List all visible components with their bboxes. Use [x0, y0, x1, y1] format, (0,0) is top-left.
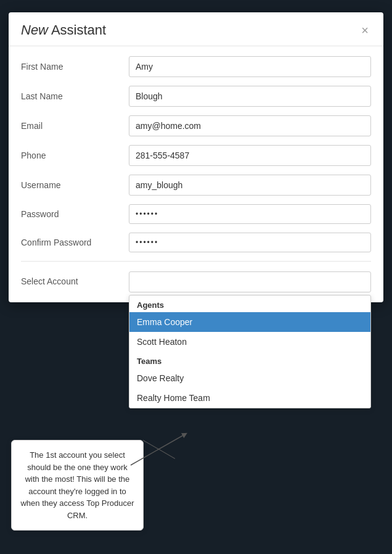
email-label: Email — [21, 121, 129, 131]
modal-body: First Name Last Name Email Phone Usernam… — [9, 46, 383, 302]
callout-text: The 1st account you select should be the… — [20, 450, 134, 520]
first-name-input[interactable] — [129, 56, 371, 77]
password-label: Password — [21, 209, 129, 219]
callout-tooltip: The 1st account you select should be the… — [11, 440, 144, 531]
first-name-row: First Name — [21, 56, 371, 77]
username-row: Username — [21, 175, 371, 196]
divider — [21, 261, 371, 262]
callout-arrow — [131, 434, 186, 471]
new-assistant-modal: New Assistant × First Name Last Name Ema… — [9, 12, 383, 302]
confirm-password-row: Confirm Password — [21, 233, 371, 252]
select-account-input[interactable] — [129, 271, 371, 292]
close-button[interactable]: × — [359, 24, 371, 36]
last-name-label: Last Name — [21, 91, 129, 101]
confirm-password-input[interactable] — [129, 233, 371, 252]
modal-overlay: New Assistant × First Name Last Name Ema… — [0, 0, 392, 554]
agents-group-label: Agents — [129, 296, 370, 312]
password-input[interactable] — [129, 204, 371, 224]
select-account-row: Select Account Agents Emma Cooper Scott … — [21, 271, 371, 292]
email-row: Email — [21, 115, 371, 136]
dropdown-item-emma-cooper[interactable]: Emma Cooper — [129, 312, 370, 332]
teams-group-label: Teams — [129, 352, 370, 368]
phone-label: Phone — [21, 151, 129, 160]
modal-title: New Assistant — [21, 22, 106, 38]
password-row: Password — [21, 204, 371, 224]
title-rest: Assistant — [48, 22, 106, 38]
select-account-label: Select Account — [21, 271, 129, 286]
last-name-input[interactable] — [129, 86, 371, 107]
last-name-row: Last Name — [21, 86, 371, 107]
phone-input[interactable] — [129, 145, 371, 166]
first-name-label: First Name — [21, 62, 129, 72]
select-account-wrapper: Agents Emma Cooper Scott Heaton Teams Do… — [129, 271, 371, 292]
modal-header: New Assistant × — [9, 12, 383, 46]
dropdown-item-realty-home-team[interactable]: Realty Home Team — [129, 388, 370, 408]
phone-row: Phone — [21, 145, 371, 166]
username-input[interactable] — [129, 175, 371, 196]
svg-line-0 — [131, 434, 185, 465]
title-new-italic: New — [21, 22, 48, 38]
username-label: Username — [21, 180, 129, 190]
dropdown-item-scott-heaton[interactable]: Scott Heaton — [129, 332, 370, 352]
account-dropdown: Agents Emma Cooper Scott Heaton Teams Do… — [129, 295, 371, 408]
email-input[interactable] — [129, 115, 371, 136]
confirm-password-label: Confirm Password — [21, 238, 129, 247]
dropdown-item-dove-realty[interactable]: Dove Realty — [129, 368, 370, 388]
